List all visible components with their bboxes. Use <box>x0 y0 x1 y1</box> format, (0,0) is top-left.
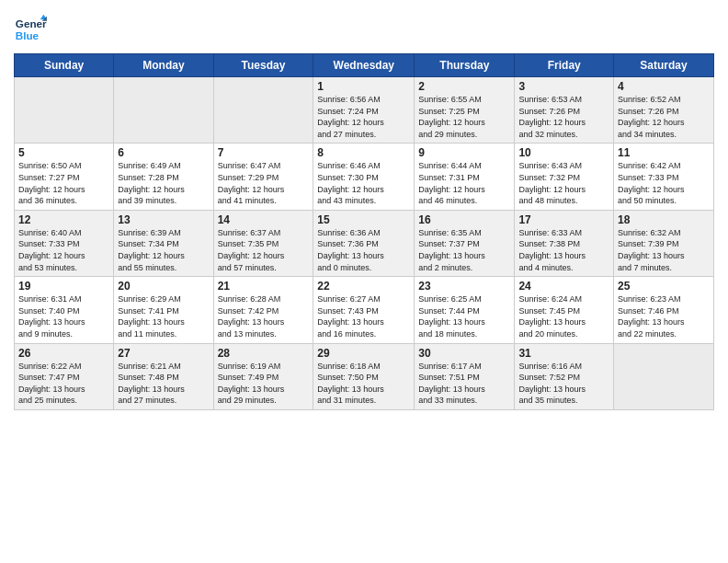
day-info: Sunrise: 6:49 AM Sunset: 7:28 PM Dayligh… <box>118 160 209 206</box>
svg-text:Blue: Blue <box>16 29 40 41</box>
weekday-header-tuesday: Tuesday <box>213 54 313 77</box>
day-info: Sunrise: 6:25 AM Sunset: 7:44 PM Dayligh… <box>418 293 510 339</box>
day-number: 21 <box>218 280 310 293</box>
day-info: Sunrise: 6:46 AM Sunset: 7:30 PM Dayligh… <box>317 160 410 206</box>
day-number: 16 <box>418 213 510 226</box>
calendar-week-row: 1Sunrise: 6:56 AM Sunset: 7:24 PM Daylig… <box>15 77 714 144</box>
day-info: Sunrise: 6:39 AM Sunset: 7:34 PM Dayligh… <box>118 227 209 273</box>
day-number: 8 <box>317 146 410 159</box>
calendar-day-cell: 6Sunrise: 6:49 AM Sunset: 7:28 PM Daylig… <box>114 144 213 210</box>
day-number: 24 <box>518 280 609 293</box>
weekday-header-wednesday: Wednesday <box>313 54 415 77</box>
day-info: Sunrise: 6:47 AM Sunset: 7:29 PM Dayligh… <box>218 160 310 206</box>
calendar-empty-cell <box>614 343 714 409</box>
day-number: 11 <box>618 146 710 159</box>
calendar-table: SundayMondayTuesdayWednesdayThursdayFrid… <box>14 53 714 410</box>
day-number: 30 <box>418 347 510 360</box>
calendar-day-cell: 19Sunrise: 6:31 AM Sunset: 7:40 PM Dayli… <box>15 277 114 343</box>
day-info: Sunrise: 6:22 AM Sunset: 7:47 PM Dayligh… <box>18 361 109 407</box>
day-number: 5 <box>18 146 109 159</box>
day-info: Sunrise: 6:24 AM Sunset: 7:45 PM Dayligh… <box>518 293 609 339</box>
calendar-empty-cell <box>114 77 213 144</box>
calendar-day-cell: 18Sunrise: 6:32 AM Sunset: 7:39 PM Dayli… <box>614 210 714 276</box>
calendar-day-cell: 16Sunrise: 6:35 AM Sunset: 7:37 PM Dayli… <box>415 210 515 276</box>
day-info: Sunrise: 6:23 AM Sunset: 7:46 PM Dayligh… <box>618 293 710 339</box>
calendar-day-cell: 15Sunrise: 6:36 AM Sunset: 7:36 PM Dayli… <box>313 210 415 276</box>
day-info: Sunrise: 6:36 AM Sunset: 7:36 PM Dayligh… <box>317 227 410 273</box>
day-number: 10 <box>518 146 609 159</box>
day-number: 23 <box>418 280 510 293</box>
calendar-day-cell: 23Sunrise: 6:25 AM Sunset: 7:44 PM Dayli… <box>415 277 515 343</box>
calendar-day-cell: 29Sunrise: 6:18 AM Sunset: 7:50 PM Dayli… <box>313 343 415 409</box>
calendar-week-row: 19Sunrise: 6:31 AM Sunset: 7:40 PM Dayli… <box>15 277 714 343</box>
day-info: Sunrise: 6:32 AM Sunset: 7:39 PM Dayligh… <box>618 227 710 273</box>
calendar-day-cell: 25Sunrise: 6:23 AM Sunset: 7:46 PM Dayli… <box>614 277 714 343</box>
day-info: Sunrise: 6:19 AM Sunset: 7:49 PM Dayligh… <box>218 361 310 407</box>
page: General Blue SundayMondayTuesdayWednesda… <box>0 0 728 563</box>
day-info: Sunrise: 6:33 AM Sunset: 7:38 PM Dayligh… <box>518 227 609 273</box>
day-info: Sunrise: 6:28 AM Sunset: 7:42 PM Dayligh… <box>218 293 310 339</box>
day-number: 18 <box>618 213 710 226</box>
calendar-day-cell: 7Sunrise: 6:47 AM Sunset: 7:29 PM Daylig… <box>213 144 313 210</box>
day-number: 17 <box>518 213 609 226</box>
day-number: 2 <box>418 80 510 93</box>
calendar-day-cell: 22Sunrise: 6:27 AM Sunset: 7:43 PM Dayli… <box>313 277 415 343</box>
day-number: 12 <box>18 213 109 226</box>
calendar-week-row: 26Sunrise: 6:22 AM Sunset: 7:47 PM Dayli… <box>15 343 714 409</box>
day-number: 7 <box>218 146 310 159</box>
logo: General Blue <box>14 13 23 46</box>
day-number: 4 <box>618 80 710 93</box>
day-info: Sunrise: 6:52 AM Sunset: 7:26 PM Dayligh… <box>618 94 710 140</box>
calendar-day-cell: 10Sunrise: 6:43 AM Sunset: 7:32 PM Dayli… <box>515 144 614 210</box>
weekday-header-monday: Monday <box>114 54 213 77</box>
weekday-header-friday: Friday <box>515 54 614 77</box>
calendar-header-row: SundayMondayTuesdayWednesdayThursdayFrid… <box>15 54 714 77</box>
calendar-day-cell: 13Sunrise: 6:39 AM Sunset: 7:34 PM Dayli… <box>114 210 213 276</box>
day-number: 22 <box>317 280 410 293</box>
day-number: 28 <box>218 347 310 360</box>
calendar-day-cell: 30Sunrise: 6:17 AM Sunset: 7:51 PM Dayli… <box>415 343 515 409</box>
calendar-day-cell: 27Sunrise: 6:21 AM Sunset: 7:48 PM Dayli… <box>114 343 213 409</box>
weekday-header-saturday: Saturday <box>614 54 714 77</box>
day-number: 27 <box>118 347 209 360</box>
day-number: 19 <box>18 280 109 293</box>
calendar-day-cell: 24Sunrise: 6:24 AM Sunset: 7:45 PM Dayli… <box>515 277 614 343</box>
weekday-header-sunday: Sunday <box>15 54 114 77</box>
day-info: Sunrise: 6:42 AM Sunset: 7:33 PM Dayligh… <box>618 160 710 206</box>
day-info: Sunrise: 6:44 AM Sunset: 7:31 PM Dayligh… <box>418 160 510 206</box>
calendar-day-cell: 11Sunrise: 6:42 AM Sunset: 7:33 PM Dayli… <box>614 144 714 210</box>
day-info: Sunrise: 6:27 AM Sunset: 7:43 PM Dayligh… <box>317 293 410 339</box>
day-number: 6 <box>118 146 209 159</box>
calendar-day-cell: 2Sunrise: 6:55 AM Sunset: 7:25 PM Daylig… <box>415 77 515 144</box>
day-number: 20 <box>118 280 209 293</box>
logo-icon: General Blue <box>14 13 47 46</box>
calendar-day-cell: 31Sunrise: 6:16 AM Sunset: 7:52 PM Dayli… <box>515 343 614 409</box>
day-number: 15 <box>317 213 410 226</box>
day-info: Sunrise: 6:53 AM Sunset: 7:26 PM Dayligh… <box>518 94 609 140</box>
day-number: 31 <box>518 347 609 360</box>
day-number: 14 <box>218 213 310 226</box>
day-number: 26 <box>18 347 109 360</box>
calendar-day-cell: 26Sunrise: 6:22 AM Sunset: 7:47 PM Dayli… <box>15 343 114 409</box>
day-info: Sunrise: 6:31 AM Sunset: 7:40 PM Dayligh… <box>18 293 109 339</box>
calendar-week-row: 5Sunrise: 6:50 AM Sunset: 7:27 PM Daylig… <box>15 144 714 210</box>
day-number: 29 <box>317 347 410 360</box>
day-number: 3 <box>518 80 609 93</box>
calendar-empty-cell <box>213 77 313 144</box>
day-info: Sunrise: 6:29 AM Sunset: 7:41 PM Dayligh… <box>118 293 209 339</box>
day-number: 25 <box>618 280 710 293</box>
calendar-day-cell: 28Sunrise: 6:19 AM Sunset: 7:49 PM Dayli… <box>213 343 313 409</box>
calendar-day-cell: 9Sunrise: 6:44 AM Sunset: 7:31 PM Daylig… <box>415 144 515 210</box>
day-info: Sunrise: 6:40 AM Sunset: 7:33 PM Dayligh… <box>18 227 109 273</box>
day-info: Sunrise: 6:21 AM Sunset: 7:48 PM Dayligh… <box>118 361 209 407</box>
calendar-day-cell: 5Sunrise: 6:50 AM Sunset: 7:27 PM Daylig… <box>15 144 114 210</box>
day-number: 1 <box>317 80 410 93</box>
calendar-day-cell: 21Sunrise: 6:28 AM Sunset: 7:42 PM Dayli… <box>213 277 313 343</box>
day-info: Sunrise: 6:56 AM Sunset: 7:24 PM Dayligh… <box>317 94 410 140</box>
day-number: 13 <box>118 213 209 226</box>
day-info: Sunrise: 6:35 AM Sunset: 7:37 PM Dayligh… <box>418 227 510 273</box>
calendar-week-row: 12Sunrise: 6:40 AM Sunset: 7:33 PM Dayli… <box>15 210 714 276</box>
calendar-day-cell: 14Sunrise: 6:37 AM Sunset: 7:35 PM Dayli… <box>213 210 313 276</box>
header: General Blue <box>14 9 714 46</box>
day-info: Sunrise: 6:37 AM Sunset: 7:35 PM Dayligh… <box>218 227 310 273</box>
